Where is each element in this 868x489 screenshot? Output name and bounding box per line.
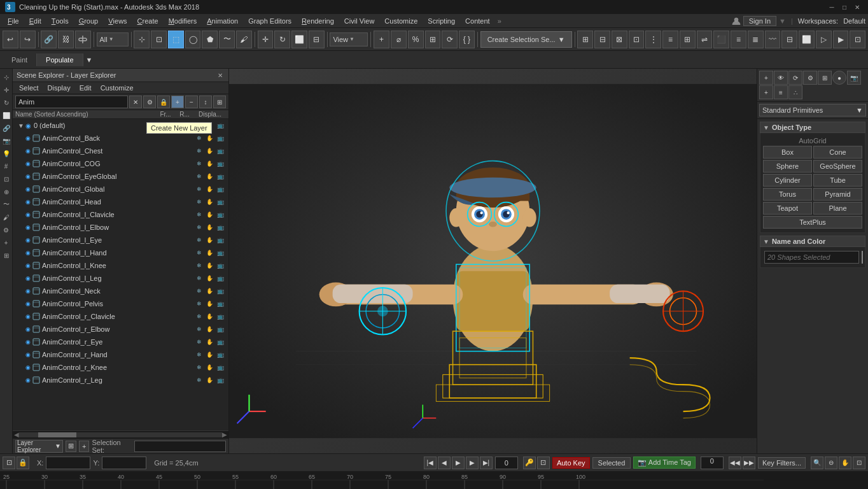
se-item-animcontrol_l_hand[interactable]: ◉ AnimControl_l_Hand ❄ ✋ 📺 <box>13 246 228 259</box>
side-scale-tool[interactable]: ⬜ <box>1 110 12 121</box>
menu-graph-editors[interactable]: Graph Editors <box>243 14 297 28</box>
time-input[interactable]: 0 <box>701 457 724 469</box>
rect-select-btn[interactable]: ⬚ <box>168 31 184 48</box>
rp-box-btn[interactable]: Box <box>763 146 812 159</box>
add-time-tag-btn[interactable]: 📷 Add Time Tag <box>633 457 696 469</box>
se-item-animcontrol_head[interactable]: ◉ AnimControl_Head ❄ ✋ 📺 <box>13 195 228 208</box>
name-color-input[interactable] <box>764 251 859 264</box>
menu-group[interactable]: Group <box>74 14 104 28</box>
rp-geosphere-btn[interactable]: GeoSphere <box>813 160 862 173</box>
display-toggle-btn[interactable]: ⊞ <box>577 31 593 48</box>
viewport[interactable]: [Perspective] [Standard] [Default Shadin… <box>229 69 757 453</box>
create-selection-btn[interactable]: Create Selection Se... ▼ <box>480 31 572 48</box>
filter-dropdown[interactable]: All ▼ <box>97 32 129 46</box>
se-item-animcontrol_l_clavicle[interactable]: ◉ AnimControl_l_Clavicle ❄ ✋ 📺 <box>13 208 228 221</box>
se-menu-display[interactable]: Display <box>44 83 74 92</box>
item-freeze-icon[interactable]: ❄ <box>194 133 204 143</box>
se-menu-select[interactable]: Select <box>15 83 43 92</box>
display6-btn[interactable]: ≡ <box>662 31 678 48</box>
item-display-icon[interactable]: 📺 <box>214 209 226 220</box>
item-hand-icon[interactable]: ✋ <box>204 209 214 220</box>
quick-render-btn[interactable]: ▶ <box>833 31 849 48</box>
side-camera-tool[interactable]: 📷 <box>1 135 12 146</box>
item-hand-icon[interactable]: ✋ <box>204 133 214 143</box>
side-rotate-tool[interactable]: ↻ <box>1 97 12 108</box>
rp-object-type-header[interactable]: ▼ Object Type <box>760 122 865 133</box>
selection-set-input[interactable] <box>134 441 226 452</box>
item-hand-icon[interactable]: ✋ <box>204 337 214 347</box>
rp-helper-btn[interactable]: + <box>759 85 773 99</box>
view-dropdown[interactable]: View ▼ <box>330 32 368 46</box>
next-key-btn[interactable]: ▶▶ <box>743 457 755 469</box>
rp-particle-btn[interactable]: ∴ <box>788 85 802 99</box>
se-lock-btn[interactable]: 🔒 <box>157 96 170 108</box>
display5-btn[interactable]: ⋮ <box>645 31 661 48</box>
side-snap-tool[interactable]: ⊡ <box>1 173 12 185</box>
pan-btn[interactable]: ✋ <box>839 457 851 469</box>
item-display-icon[interactable]: 📺 <box>214 350 226 360</box>
se-item-animcontrol_eyeglobal[interactable]: ◉ AnimControl_EyeGlobal ❄ ✋ 📺 <box>13 170 228 183</box>
item-hand-icon[interactable]: ✋ <box>204 273 214 283</box>
item-hand-icon[interactable]: ✋ <box>204 159 214 169</box>
se-item-animcontrol_back[interactable]: ◉ AnimControl_Back ❄ ✋ 📺 <box>13 132 228 145</box>
item-freeze-icon[interactable]: ❄ <box>194 337 204 347</box>
side-link-tool[interactable]: 🔗 <box>1 122 12 134</box>
item-freeze-icon[interactable]: ❄ <box>194 197 204 207</box>
item-freeze-icon[interactable]: ❄ <box>194 171 204 181</box>
mirror-btn[interactable]: ⇌ <box>697 31 713 48</box>
circ-select-btn[interactable]: ◯ <box>185 31 201 48</box>
item-display-icon[interactable]: 📺 <box>214 337 226 347</box>
rp-pyramid-btn[interactable]: Pyramid <box>813 188 862 201</box>
item-display-icon[interactable]: 📺 <box>214 311 226 322</box>
redo-btn[interactable]: ↪ <box>20 31 36 48</box>
side-select-tool[interactable]: ⊹ <box>1 71 12 83</box>
item-freeze-icon[interactable]: ❄ <box>194 299 204 309</box>
link-btn[interactable]: 🔗 <box>41 31 57 48</box>
item-hand-icon[interactable]: ✋ <box>204 146 214 156</box>
se-item-animcontrol_l_elbow[interactable]: ◉ AnimControl_l_Elbow ❄ ✋ 📺 <box>13 221 228 234</box>
se-item-animcontrol_neck[interactable]: ◉ AnimControl_Neck ❄ ✋ 📺 <box>13 285 228 297</box>
rp-motion-btn[interactable]: ⟳ <box>788 71 802 85</box>
rp-cam-btn[interactable]: 📷 <box>847 71 861 85</box>
undo-btn[interactable]: ↩ <box>3 31 18 48</box>
item-freeze-icon[interactable]: ❄ <box>194 159 204 169</box>
side-move-tool[interactable]: ✛ <box>1 84 12 96</box>
item-hand-icon[interactable]: ✋ <box>204 197 214 207</box>
side-grid-tool[interactable]: # <box>1 160 12 172</box>
display4-btn[interactable]: ⊡ <box>629 31 645 48</box>
side-helper-tool[interactable]: ⊕ <box>1 186 12 197</box>
se-options-btn[interactable]: ⚙ <box>143 96 156 108</box>
scroll-right-btn[interactable]: ▶ <box>222 431 227 438</box>
move-btn[interactable]: ✛ <box>258 31 274 48</box>
snap-options-btn[interactable]: ⟳ <box>442 31 458 48</box>
paint-select-btn[interactable]: 🖌 <box>236 31 252 48</box>
item-hand-icon[interactable]: ✋ <box>204 184 214 194</box>
item-hand-icon[interactable]: ✋ <box>204 299 214 309</box>
se-item-animcontrol_r_elbow[interactable]: ◉ AnimControl_r_Elbow ❄ ✋ 📺 <box>13 323 228 336</box>
item-freeze-icon[interactable]: ❄ <box>194 248 204 258</box>
se-item-animcontrol_l_eye[interactable]: ◉ AnimControl_l_Eye ❄ ✋ 📺 <box>13 234 228 246</box>
se-footer-btn2[interactable]: + <box>79 441 90 452</box>
lock-btn[interactable]: 🔒 <box>17 457 29 469</box>
se-sort-btn[interactable]: ↕ <box>199 96 212 108</box>
render-to-btn[interactable]: ⊡ <box>850 31 865 48</box>
layer-default-header[interactable]: ▼ ◉ 0 (default) 👁 ❄ 🖨 📺 <box>13 119 228 132</box>
auto-key-btn[interactable]: Auto Key <box>552 457 590 469</box>
item-hand-icon[interactable]: ✋ <box>204 375 214 385</box>
item-hand-icon[interactable]: ✋ <box>204 235 214 245</box>
timeline[interactable]: 25 30 35 40 45 50 55 60 65 70 75 80 85 9… <box>0 471 868 489</box>
zoom-extent-btn[interactable]: ⊡ <box>3 457 15 469</box>
item-hand-icon[interactable]: ✋ <box>204 171 214 181</box>
se-col-btn[interactable]: ⊞ <box>213 96 226 108</box>
item-hand-icon[interactable]: ✋ <box>204 260 214 271</box>
item-display-icon[interactable]: 📺 <box>214 197 226 207</box>
item-display-icon[interactable]: 📺 <box>214 171 226 181</box>
item-display-icon[interactable]: 📺 <box>214 133 226 143</box>
populate-dropdown-btn[interactable]: ▼ <box>83 53 95 66</box>
rp-torus-btn[interactable]: Torus <box>763 188 812 201</box>
menu-file[interactable]: File <box>3 14 24 28</box>
align-btn[interactable]: ⬛ <box>713 31 729 48</box>
item-freeze-icon[interactable]: ❄ <box>194 324 204 334</box>
scale-btn[interactable]: ⬜ <box>291 31 307 48</box>
item-display-icon[interactable]: 📺 <box>214 260 226 271</box>
